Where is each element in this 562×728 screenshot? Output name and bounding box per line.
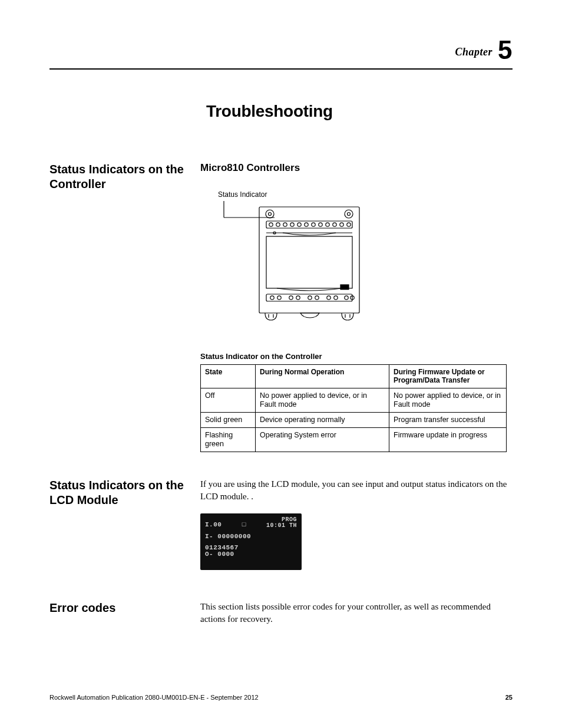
svg-point-6: [348, 213, 351, 216]
table-row: Solid green Device operating normally Pr…: [201, 412, 507, 427]
svg-rect-22: [266, 236, 352, 288]
publication-id: Rockwell Automation Publication 2080-UM0…: [49, 694, 259, 701]
th-normal: During Normal Operation: [256, 365, 389, 388]
svg-point-19: [347, 223, 351, 226]
status-indicator-table: State During Normal Operation During Fir…: [200, 364, 507, 452]
svg-point-25: [270, 296, 274, 299]
lcd-top-left: I.00: [205, 521, 222, 529]
svg-rect-23: [340, 285, 349, 289]
svg-point-16: [326, 223, 329, 226]
chapter-marker: Chapter 5: [49, 35, 513, 65]
svg-point-10: [283, 223, 287, 226]
section-heading-lcd-module: Status Indicators on the LCD Module: [49, 478, 189, 508]
svg-point-13: [305, 223, 308, 226]
svg-point-31: [327, 296, 330, 299]
table-title: Status Indicator on the Controller: [200, 352, 513, 361]
table-row: Flashing green Operating System error Fi…: [201, 427, 507, 452]
svg-point-33: [345, 296, 348, 299]
th-fw: During Firmware Update or Program/Data T…: [389, 365, 507, 388]
error-codes-paragraph: This section lists possible error codes …: [200, 601, 513, 625]
page-title: Troubleshooting: [206, 102, 513, 121]
header-rule: [49, 68, 513, 70]
lcd-prog-line1: PROG: [282, 516, 297, 523]
cell-fw: Firmware update in progress: [389, 427, 507, 452]
svg-point-28: [296, 296, 300, 299]
lcd-prog-line2: 10:01 TH: [266, 522, 297, 529]
table-header-row: State During Normal Operation During Fir…: [201, 365, 507, 388]
controller-diagram: [218, 201, 365, 331]
th-state: State: [201, 365, 256, 388]
chapter-word: Chapter: [455, 46, 493, 58]
lcd-output-row: O- 0000: [205, 551, 297, 558]
svg-point-26: [277, 296, 281, 299]
svg-point-5: [345, 210, 353, 218]
page-footer: Rockwell Automation Publication 2080-UM0…: [49, 694, 513, 701]
cell-normal: Operating System error: [256, 427, 389, 452]
svg-point-3: [266, 210, 274, 218]
lcd-input-row: I- 00000000: [205, 533, 297, 541]
svg-point-14: [312, 223, 315, 226]
cell-state: Off: [201, 388, 256, 412]
svg-point-27: [289, 296, 293, 299]
cell-state: Solid green: [201, 412, 256, 427]
page-number: 25: [505, 694, 513, 701]
svg-point-12: [297, 223, 301, 226]
cell-normal: Device operating normally: [256, 412, 389, 427]
lcd-screenshot: I.00 □ PROG 10:01 TH I- 00000000 0123456…: [200, 513, 302, 570]
svg-rect-24: [266, 294, 352, 301]
diagram-callout-label: Status Indicator: [218, 190, 513, 199]
svg-point-18: [340, 223, 343, 226]
svg-point-4: [269, 213, 272, 216]
section-heading-error-codes: Error codes: [49, 601, 189, 615]
subsection-heading-micro810: Micro810 Controllers: [200, 162, 513, 174]
cell-fw: No power applied to device, or in Fault …: [389, 388, 507, 412]
section-heading-status-controller: Status Indicators on the Controller: [49, 162, 189, 192]
cell-state: Flashing green: [201, 427, 256, 452]
svg-point-9: [276, 223, 280, 226]
svg-point-15: [319, 223, 322, 226]
cell-normal: No power applied to device, or in Fault …: [256, 388, 389, 412]
cell-fw: Program transfer successful: [389, 412, 507, 427]
svg-point-17: [333, 223, 336, 226]
svg-point-29: [308, 296, 312, 299]
svg-point-30: [315, 296, 319, 299]
svg-rect-7: [266, 221, 352, 228]
table-row: Off No power applied to device, or in Fa…: [201, 388, 507, 412]
svg-point-32: [334, 296, 338, 299]
chapter-number: 5: [495, 35, 513, 64]
lcd-module-paragraph: If you are using the LCD module, you can…: [200, 478, 513, 503]
svg-point-11: [290, 223, 294, 226]
svg-point-8: [269, 223, 273, 226]
